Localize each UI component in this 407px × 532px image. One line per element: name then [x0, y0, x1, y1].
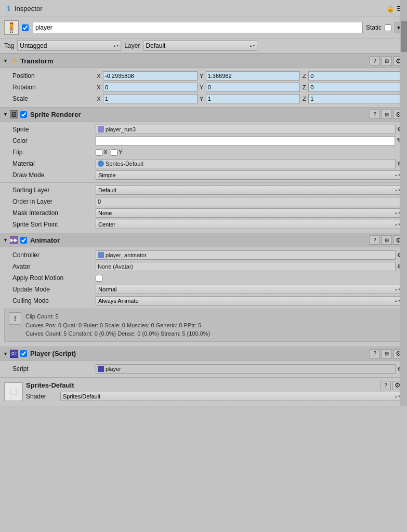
pos-z-input[interactable]	[308, 71, 403, 81]
avatar-label: Avatar	[12, 263, 96, 270]
color-field[interactable]	[96, 136, 395, 145]
player-script-active-checkbox[interactable]	[20, 350, 27, 357]
animator-collapse[interactable]: ▼	[3, 237, 8, 243]
tag-select-wrapper[interactable]: Untagged	[17, 41, 121, 51]
mask-interaction-select[interactable]: None Visible Inside Mask Visible Outside…	[96, 208, 403, 218]
sprite-renderer-body: Sprite player_run3 ⚙ Color ✎	[0, 122, 407, 232]
player-script-header-actions: ? ⊞ ⚙	[370, 349, 404, 358]
rot-x-input[interactable]	[103, 83, 198, 92]
sprite-field[interactable]: player_run3	[96, 125, 396, 134]
sprite-sort-point-value: Center Pivot	[96, 220, 403, 229]
sorting-layer-label: Sorting Layer	[12, 187, 96, 194]
apply-root-motion-checkbox[interactable]	[96, 275, 102, 282]
object-name-input[interactable]	[33, 22, 363, 33]
rot-y-input[interactable]	[206, 83, 300, 92]
draw-mode-select[interactable]: Simple Sliced Tiled	[96, 170, 403, 180]
animator-icon: ▶▶	[10, 236, 18, 244]
tag-label: Tag	[4, 42, 14, 49]
sprites-default-header: □ Sprites-Default ? ⚙ Shader	[4, 381, 403, 403]
flip-row: Flip X Y	[0, 147, 407, 158]
sprite-renderer-help-btn[interactable]: ?	[370, 110, 380, 119]
tag-select[interactable]: Untagged	[17, 41, 121, 51]
layer-select-wrapper[interactable]: Default	[143, 41, 257, 51]
material-object-icon	[98, 161, 104, 167]
sprite-renderer-header-actions: ? ⊞ ⚙	[370, 110, 404, 119]
scale-xyz: X Y Z	[96, 94, 403, 103]
material-field-text: Sprites-Default	[106, 161, 143, 167]
shader-select[interactable]: Sprites/Default	[60, 392, 403, 401]
animator-help-btn[interactable]: ?	[370, 235, 380, 245]
lock-icon[interactable]: 🔒	[386, 5, 395, 12]
culling-mode-dropdown-wrapper[interactable]: Always Animate Cull Update Transforms Cu…	[96, 296, 403, 305]
sprites-help-btn[interactable]: ?	[380, 381, 391, 390]
flip-x-checkbox[interactable]	[96, 149, 102, 156]
order-in-layer-row: Order in Layer	[0, 196, 407, 207]
vertical-scrollbar[interactable]	[400, 0, 407, 406]
rot-z-input[interactable]	[308, 83, 403, 92]
pos-x-input[interactable]	[103, 71, 198, 81]
player-script-collapse[interactable]: ▼	[3, 351, 8, 356]
update-mode-select[interactable]: Normal Animate Physics Unscaled Time	[96, 285, 403, 294]
mask-interaction-dropdown-wrapper[interactable]: None Visible Inside Mask Visible Outside…	[96, 208, 403, 218]
controller-row: Controller player_animator ⚙	[0, 249, 407, 261]
culling-mode-value: Always Animate Cull Update Transforms Cu…	[96, 296, 403, 305]
sprite-renderer-header: ▼ 🖼 Sprite Renderer ? ⊞ ⚙	[0, 107, 407, 122]
static-checkbox[interactable]	[385, 24, 391, 31]
position-label: Position	[12, 72, 96, 79]
sprite-renderer-collapse[interactable]: ▼	[3, 112, 8, 117]
avatar-value: None (Avatar) ⚙	[96, 262, 403, 271]
color-value: ✎	[96, 136, 403, 145]
draw-mode-dropdown-wrapper[interactable]: Simple Sliced Tiled	[96, 170, 403, 180]
apply-root-motion-value	[96, 275, 403, 282]
sprites-default-title: Sprites-Default	[26, 381, 74, 389]
animator-layout-btn[interactable]: ⊞	[382, 235, 392, 245]
culling-mode-select[interactable]: Always Animate Cull Update Transforms Cu…	[96, 296, 403, 305]
sorting-layer-dropdown-wrapper[interactable]: Default	[96, 185, 403, 195]
draw-mode-label: Draw Mode	[12, 171, 96, 179]
sprite-renderer-active-checkbox[interactable]	[20, 111, 27, 118]
position-row: Position X Y Z	[0, 70, 407, 82]
sprite-sort-point-dropdown-wrapper[interactable]: Center Pivot	[96, 220, 403, 229]
sprites-thumbnail: □	[4, 382, 23, 401]
sprite-sort-point-select[interactable]: Center Pivot	[96, 220, 403, 229]
apply-root-motion-label: Apply Root Motion	[12, 274, 96, 282]
transform-help-btn[interactable]: ?	[370, 56, 380, 65]
script-field[interactable]: player	[96, 364, 396, 374]
scrollbar-thumb[interactable]	[401, 21, 407, 52]
player-script-title: Player (Script)	[30, 350, 76, 357]
transform-header: ▼ ✛ Transform ? ⊞ ⚙	[0, 54, 407, 68]
transform-layout-btn[interactable]: ⊞	[382, 56, 392, 65]
culling-mode-label: Culling Mode	[12, 297, 96, 304]
layer-label: Layer	[124, 42, 140, 49]
pos-y-input[interactable]	[206, 71, 300, 81]
avatar-field[interactable]: None (Avatar)	[96, 262, 396, 271]
transform-title: Transform	[20, 57, 54, 65]
flip-x-label: X	[103, 149, 108, 156]
shader-dropdown-wrapper[interactable]: Sprites/Default	[60, 392, 403, 401]
pos-x-label: X	[96, 73, 102, 79]
scale-x-input[interactable]	[103, 94, 198, 103]
object-active-checkbox[interactable]	[22, 24, 29, 31]
transform-collapse-arrow[interactable]: ▼	[3, 58, 8, 63]
title-bar: ℹ Inspector 🔒 ☰	[0, 0, 407, 17]
player-script-help-btn[interactable]: ?	[370, 349, 380, 358]
material-field[interactable]: Sprites-Default	[96, 159, 396, 168]
order-in-layer-input[interactable]	[96, 197, 403, 206]
sprite-renderer-layout-btn[interactable]: ⊞	[382, 110, 392, 119]
sorting-layer-select[interactable]: Default	[96, 185, 403, 195]
layer-select[interactable]: Default	[143, 41, 257, 51]
player-script-layout-btn[interactable]: ⊞	[382, 349, 392, 358]
update-mode-label: Update Mode	[12, 286, 96, 293]
animator-active-checkbox[interactable]	[20, 237, 27, 244]
scale-label: Scale	[12, 95, 96, 102]
scale-y-input[interactable]	[206, 94, 300, 103]
scale-z-input[interactable]	[308, 94, 403, 103]
sprites-default-section: □ Sprites-Default ? ⚙ Shader	[0, 377, 407, 406]
update-mode-dropdown-wrapper[interactable]: Normal Animate Physics Unscaled Time	[96, 285, 403, 294]
color-label: Color	[12, 137, 96, 144]
transform-layout-icon: ⊞	[385, 58, 389, 64]
flip-y-checkbox[interactable]	[111, 149, 117, 156]
controller-field[interactable]: player_animator	[96, 250, 396, 260]
script-object-icon	[98, 366, 104, 372]
animator-section: ▼ ▶▶ Animator ? ⊞ ⚙ Controller p	[0, 233, 407, 346]
